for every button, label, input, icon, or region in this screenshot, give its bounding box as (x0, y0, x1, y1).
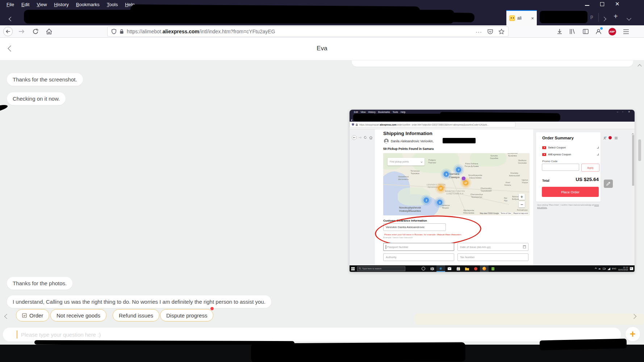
minimize-button[interactable] (585, 5, 589, 6)
redaction-tabs-right (540, 11, 587, 23)
order-icon (22, 313, 27, 318)
tab-dropdown-icon[interactable] (627, 15, 631, 21)
adblock-plus-icon[interactable]: ABP (607, 26, 617, 37)
tab-close-icon[interactable]: × (531, 16, 534, 21)
att-shield-icon (352, 123, 354, 126)
att-taskview-icon (428, 265, 436, 272)
page-actions-icon[interactable]: ··· (476, 29, 482, 35)
att-total-value: US $25.64 (553, 177, 599, 182)
chat-input-field[interactable] (20, 331, 614, 338)
map-place-label: ShelekhmetШелехметь (398, 176, 409, 180)
chat-body: Thanks for the screenshot. Checking on i… (0, 60, 644, 345)
quick-reply-not-receive-goods[interactable]: Not receive goods (50, 309, 106, 321)
map-place-label: KinelskiyКинельский (509, 172, 520, 177)
downloads-icon[interactable] (555, 26, 565, 37)
att-mail-icon (445, 265, 454, 272)
coupon-icon (542, 153, 546, 156)
quick-reply-refund-issues[interactable]: Refund issues (113, 309, 159, 321)
menu-history[interactable]: History (50, 0, 72, 9)
att-url-text: https://shoppingcart.aliexpress.com/orde… (359, 123, 489, 126)
menu-view[interactable]: View (33, 0, 50, 9)
ghost-tab-text: p (590, 14, 593, 19)
att-scrollbar-thumb (632, 135, 634, 186)
redaction-taskbar (251, 342, 465, 362)
att-apply-button: Apply (581, 164, 599, 172)
tab-scroll-right-icon[interactable] (602, 16, 606, 22)
att-language-indicator: ENG (612, 268, 616, 270)
chat-header: Eva (0, 38, 644, 60)
map-place-label: BuzayevkaБузаевка (508, 153, 518, 157)
map-place-label: PodgoryПодгоры (428, 159, 436, 164)
bot-message: Thanks for the photos. (7, 277, 72, 290)
att-redaction-recipient (443, 138, 476, 143)
home-button[interactable] (44, 26, 54, 37)
screenshot-attachment[interactable]: Edit View History Bookmarks Tools Help –… (350, 110, 635, 272)
navigation-toolbar: https://alimebot.aliexpress.com/intl/ind… (0, 25, 644, 38)
input-caret (17, 331, 17, 338)
att-home-icon (369, 136, 373, 139)
map-forest-patch (398, 188, 430, 206)
tracking-shield-icon[interactable] (111, 29, 117, 34)
forward-button[interactable] (17, 26, 27, 37)
att-place-order-button: Place Order (542, 187, 599, 197)
active-tab[interactable]: ali × (506, 10, 537, 25)
menu-edit[interactable]: Edit (18, 0, 33, 9)
reload-button[interactable] (30, 26, 41, 37)
att-network-icon (607, 268, 610, 270)
close-button[interactable]: ✕ (615, 1, 620, 7)
att-start-button (350, 265, 356, 272)
map-cluster-marker: 3 (444, 172, 449, 177)
att-tax-input: Tax Number (457, 253, 528, 261)
menu-file[interactable]: File (3, 0, 18, 9)
window-controls: ✕ (585, 1, 620, 7)
att-adblock-icon (609, 136, 612, 139)
menu-bookmarks[interactable]: Bookmarks (72, 0, 103, 9)
scroll-up-icon[interactable] (638, 63, 641, 69)
menu-tools[interactable]: Tools (103, 0, 121, 9)
restore-button[interactable] (600, 2, 604, 6)
account-icon[interactable] (593, 26, 603, 37)
url-bar[interactable]: https://alimebot.aliexpress.com/intl/ind… (107, 26, 509, 37)
map-cluster-marker: 7 (456, 167, 461, 173)
url-text: https://alimebot.aliexpress.com/intl/ind… (127, 29, 275, 34)
quick-replies-scroll-left-icon[interactable] (5, 313, 9, 320)
map-cluster-marker: 2 (424, 198, 429, 203)
bookmark-star-icon[interactable] (498, 29, 505, 35)
pocket-icon[interactable] (487, 29, 493, 35)
chat-input-bar[interactable] (3, 328, 621, 341)
att-cloud-icon: ☁ (598, 267, 601, 270)
att-account-icon (603, 136, 606, 140)
att-cortana-icon (419, 265, 428, 272)
sidebar-icon[interactable] (581, 26, 591, 37)
att-pickup-map: PodgoryПодгорыPetra DubravaПетра Дубрава… (383, 153, 530, 215)
map-place-label: SyreykaСырейка (490, 155, 498, 159)
attach-plus-button[interactable]: + (626, 327, 640, 341)
windows-taskbar: Type here to search e BOARD RESOLVINGSIN… (0, 345, 644, 362)
att-pickup-count: 59 Pickup Points Found in Samara (383, 147, 434, 151)
new-tab-icon[interactable]: + (614, 12, 618, 21)
hamburger-menu-icon[interactable] (621, 26, 631, 37)
tab-scroll-left-icon[interactable] (9, 16, 13, 22)
account-notification-dot (600, 27, 603, 30)
quick-replies-scroll-right-icon[interactable] (632, 313, 636, 320)
att-back-icon (352, 135, 357, 140)
att-edit-pencil-button (604, 180, 613, 188)
library-icon[interactable] (567, 26, 577, 37)
quick-reply-dispute-progress[interactable]: Dispute progress (160, 309, 213, 321)
tab-separator (598, 13, 599, 22)
quick-reply-order[interactable]: Order (16, 309, 49, 321)
att-forward-icon (359, 136, 362, 139)
att-calendar-icon (523, 245, 526, 248)
att-url-bar: https://shoppingcart.aliexpress.com/orde… (350, 122, 515, 127)
map-place-label: YaitskoyeЯицкое (441, 204, 449, 209)
att-reload-icon (364, 136, 367, 139)
att-date-input: Date of Issue (dd-mm-yy) (457, 243, 528, 251)
att-store-icon (454, 265, 463, 272)
bot-message: I understand, Calling us was the right t… (7, 295, 271, 308)
att-lock-icon (356, 123, 358, 126)
chat-scrollbar-thumb[interactable] (638, 139, 641, 161)
att-tray-expand-icon (595, 268, 597, 270)
back-button[interactable] (3, 26, 13, 37)
map-place-label: SkolkovoСколково (518, 159, 527, 164)
map-attribution: Map data ©2020 Google Terms of Use Repor… (480, 212, 529, 215)
